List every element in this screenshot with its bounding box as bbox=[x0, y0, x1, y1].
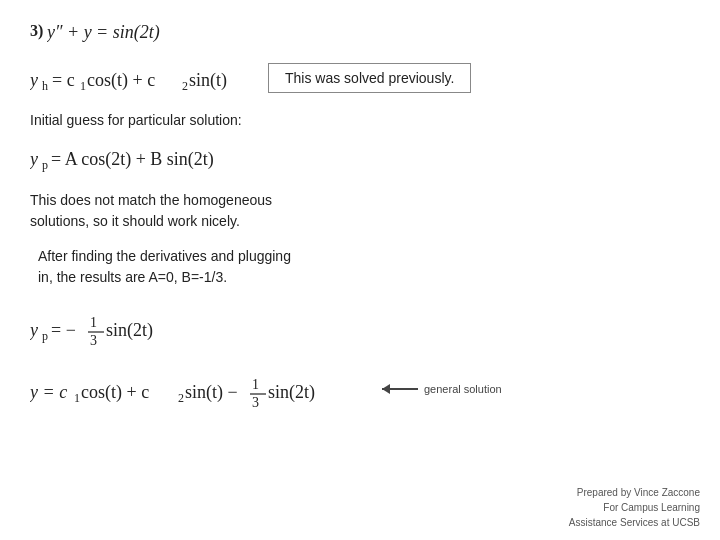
svg-text:= −: = − bbox=[51, 320, 76, 340]
yp-formula: y p = A cos(2t) + B sin(2t) bbox=[30, 138, 690, 176]
svg-text:1: 1 bbox=[90, 315, 97, 330]
svg-text:3: 3 bbox=[90, 333, 97, 348]
footer-line3: Assistance Services at UCSB bbox=[569, 515, 700, 530]
svg-text:sin(2t): sin(2t) bbox=[268, 382, 315, 403]
svg-text:sin(t) −: sin(t) − bbox=[185, 382, 238, 403]
svg-text:y: y bbox=[30, 70, 38, 90]
problem-number: 3) bbox=[30, 22, 43, 39]
svg-text:1: 1 bbox=[80, 79, 86, 93]
general-solution-row: y = c 1 cos(t) + c 2 sin(t) − 1 3 sin(2t… bbox=[30, 364, 690, 414]
svg-text:y: y bbox=[30, 320, 38, 340]
footer: Prepared by Vince Zaccone For Campus Lea… bbox=[569, 485, 700, 530]
svg-text:2: 2 bbox=[178, 391, 184, 405]
yp-result-formula: y p = − 1 3 sin(2t) bbox=[30, 302, 690, 350]
svg-text:1: 1 bbox=[74, 391, 80, 405]
svg-text:h: h bbox=[42, 79, 48, 93]
svg-text:cos(t) + c: cos(t) + c bbox=[81, 382, 149, 403]
footer-line1: Prepared by Vince Zaccone bbox=[569, 485, 700, 500]
svg-text:p: p bbox=[42, 329, 48, 343]
svg-text:y″ + y = sin(2t): y″ + y = sin(2t) bbox=[47, 22, 160, 43]
svg-text:3: 3 bbox=[252, 395, 259, 410]
initial-guess-label: Initial guess for particular solution: bbox=[30, 112, 690, 128]
after-text: After finding the derivatives and pluggi… bbox=[30, 246, 690, 288]
problem-title: 3) y″ + y = sin(2t) bbox=[30, 18, 690, 46]
svg-text:= A cos(2t) + B sin(2t): = A cos(2t) + B sin(2t) bbox=[51, 149, 214, 170]
footer-line2: For Campus Learning bbox=[569, 500, 700, 515]
svg-text:cos(t) + c: cos(t) + c bbox=[87, 70, 155, 91]
page-content: 3) y″ + y = sin(2t) y h = c 1 cos(t) + c… bbox=[0, 0, 720, 540]
general-solution-label-text: general solution bbox=[424, 383, 502, 395]
svg-text:1: 1 bbox=[252, 377, 259, 392]
solved-previously-box: This was solved previously. bbox=[268, 63, 471, 93]
svg-text:p: p bbox=[42, 158, 48, 172]
svg-text:y: y bbox=[30, 149, 38, 169]
svg-text:sin(t): sin(t) bbox=[189, 70, 227, 91]
note-text: This does not match the homogeneoussolut… bbox=[30, 190, 690, 232]
svg-text:= c: = c bbox=[52, 70, 75, 90]
solved-box-text: This was solved previously. bbox=[285, 70, 454, 86]
arrow-line bbox=[382, 388, 418, 390]
svg-text:y = c: y = c bbox=[30, 382, 67, 402]
yh-row: y h = c 1 cos(t) + c 2 sin(t) This was s… bbox=[30, 60, 690, 96]
svg-text:sin(2t): sin(2t) bbox=[106, 320, 153, 341]
svg-text:2: 2 bbox=[182, 79, 188, 93]
general-solution-arrow: general solution bbox=[382, 383, 502, 395]
